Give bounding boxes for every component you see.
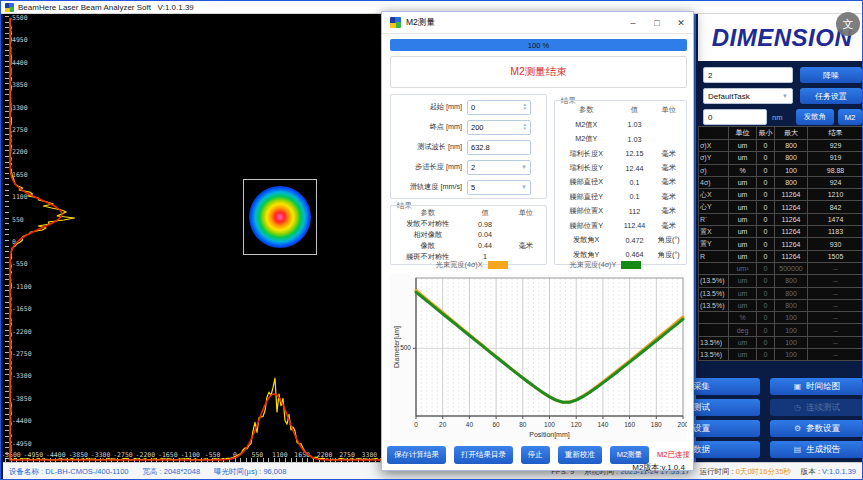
m2-panel-button[interactable]: M2 (838, 109, 862, 125)
action-button[interactable]: ◷连续测试 (770, 399, 863, 416)
minimize-button[interactable]: – (621, 12, 645, 34)
translate-icon[interactable]: 文 (836, 12, 860, 36)
task-settings-button[interactable]: 任务设置 (800, 88, 862, 104)
dialog-titlebar: M2测量 – □ ✕ (382, 12, 693, 34)
axis-label: -1100 (180, 451, 200, 459)
result-row: 相对像散0.04 (393, 230, 544, 241)
spinner-arrows-icon[interactable]: ▲▼ (523, 103, 527, 111)
result-value: 1505 (808, 251, 863, 262)
spinner-arrows-icon[interactable]: ▲▼ (523, 123, 527, 131)
app-version: 版本 : V:1.0.1.39 (801, 467, 856, 477)
axis-label: -4400 (46, 451, 66, 459)
noise-reduction-button[interactable]: 降噪 (800, 67, 862, 83)
report-icon: ▤ (794, 445, 802, 454)
progress-bar: 100 % (390, 39, 687, 51)
chevron-down-icon[interactable]: ▼ (521, 184, 527, 190)
parameter-settings-icon: ⚙ (794, 424, 801, 433)
axis-label: -550 (12, 261, 28, 268)
svg-text:160: 160 (624, 421, 635, 428)
form-input[interactable]: 200▲▼ (467, 120, 531, 135)
right-panel: DIMENSION 2 降噪 DefaultTask▼ 任务设置 0 nm 发散… (694, 14, 863, 462)
m2-chart: 020406080100120140160180200500Position[m… (390, 274, 687, 442)
axis-label: -4950 (24, 451, 44, 459)
action-button[interactable]: ⚙参数设置 (770, 420, 863, 437)
form-input[interactable]: 2▼ (467, 160, 531, 175)
axis-label: 2750 (12, 127, 28, 134)
result-row: 像散0.44毫米 (393, 240, 544, 251)
axis-label: -550 (205, 451, 221, 459)
result-value: -- (808, 275, 863, 286)
result-row: 腰部位置X112毫米 (557, 204, 684, 218)
legend-item: 光束宽度(4σ)Y (570, 260, 642, 270)
beam-table: 单位最小最大结果σ)Xum0800929σ)Yum0800919σ)%01009… (698, 126, 863, 361)
axis-label: 3850 (12, 82, 28, 89)
noise-input[interactable]: 2 (703, 67, 793, 83)
table-row: 13.5%)um0100-- (699, 337, 863, 348)
legend-swatch (488, 261, 508, 269)
svg-text:500: 500 (400, 344, 411, 351)
dialog-button[interactable]: 保存计算结果 (387, 446, 446, 464)
chart-legend: 光束宽度(4σ)X光束宽度(4σ)Y (390, 258, 687, 272)
table-row: 心Xum0112641210 (699, 189, 863, 200)
result-row: 瑞利长度Y12.44毫米 (557, 161, 684, 175)
svg-text:0: 0 (414, 421, 418, 428)
result-value: 1183 (808, 226, 863, 237)
app-window: BeamHere Laser Beam Analyzer Soft V:1.0.… (0, 0, 863, 480)
form-input[interactable]: 0▲▼ (467, 100, 531, 115)
table-row: 置Yum011264930 (699, 238, 863, 249)
axis-label: -1650 (158, 451, 178, 459)
beam-roi-box[interactable] (243, 179, 317, 255)
result-value: 924 (808, 177, 863, 188)
axis-label: -1100 (12, 284, 32, 291)
panel-actions: 采集测试设置数据▣时间绘图◷连续测试⚙参数设置▤生成报告 (698, 378, 863, 462)
action-button[interactable]: ▣时间绘图 (770, 378, 863, 395)
axis-label: -4950 (12, 441, 32, 448)
axis-label: -3850 (68, 451, 88, 459)
divergence-button[interactable]: 发散角 (796, 109, 834, 125)
dialog-icon (390, 17, 401, 28)
result-value: 1474 (808, 214, 863, 225)
dialog-button[interactable]: 停止 (521, 446, 550, 464)
axis-label: 2200 (12, 149, 28, 156)
table-row: %0100-- (699, 312, 863, 323)
axis-label: 0 (12, 239, 16, 246)
result-value: -- (808, 349, 863, 360)
axis-label: -2750 (113, 451, 133, 459)
table-row: σ)Yum0800919 (699, 152, 863, 163)
table-row: um²0500000-- (699, 263, 863, 274)
measure-status-box: M2测量结束 (390, 56, 687, 88)
result-value: -- (808, 288, 863, 299)
task-select[interactable]: DefaultTask▼ (703, 88, 793, 104)
dialog-button[interactable]: 重新校准 (558, 446, 602, 464)
axis-label: -3300 (12, 373, 32, 380)
axis-label: -3300 (91, 451, 111, 459)
axis-label: -4400 (12, 418, 32, 425)
axis-label: 2200 (317, 451, 333, 459)
wavelength-unit-label: nm (772, 113, 782, 122)
form-input[interactable]: 5▼ (467, 180, 531, 195)
table-row: 心Yum011264842 (699, 201, 863, 212)
form-row: 步进长度 [mm]2▼ (391, 157, 546, 177)
dialog-button[interactable]: 打开结果目录 (454, 446, 513, 464)
table-header: 单位最小最大结果 (699, 127, 863, 139)
maximize-button[interactable]: □ (645, 12, 669, 34)
chevron-down-icon[interactable]: ▼ (521, 164, 527, 170)
axis-label: 550 (252, 451, 264, 459)
table-row: 13.5%)um0100-- (699, 349, 863, 360)
axis-label: 3300 (362, 451, 378, 459)
wavelength-input[interactable]: 0 (703, 109, 767, 125)
result-row: M2值Y1.03 (557, 132, 684, 146)
form-row: 测试波长 [nm]632.8 (391, 137, 546, 157)
svg-text:60: 60 (492, 421, 500, 428)
form-row: 滑轨速度 [mm/s]5▼ (391, 177, 546, 197)
time-plot-icon: ▣ (794, 382, 802, 391)
form-input[interactable]: 632.8 (467, 140, 531, 155)
dialog-title: M2测量 (406, 17, 435, 29)
action-button[interactable]: ▤生成报告 (770, 441, 863, 458)
close-button[interactable]: ✕ (669, 12, 693, 34)
svg-text:100: 100 (544, 421, 555, 428)
svg-text:Position[mm]: Position[mm] (529, 431, 570, 439)
axis-label: 1100 (12, 194, 28, 201)
svg-text:40: 40 (466, 421, 474, 428)
result-row: 发散不对称性0.98 (393, 219, 544, 230)
